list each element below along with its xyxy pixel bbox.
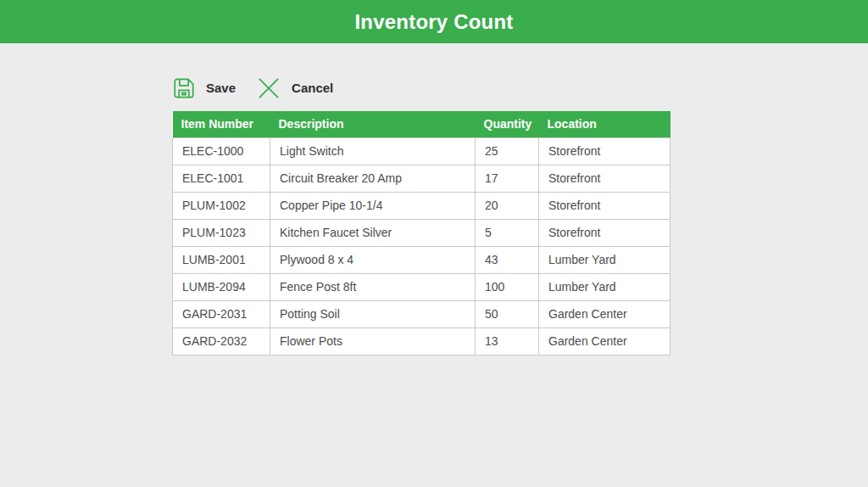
column-header-description: Description [270,111,476,137]
column-header-item-number: Item Number [173,111,270,137]
cell-description: Circuit Breaker 20 Amp [270,165,476,192]
cancel-icon [256,76,281,101]
app-header: Inventory Count [0,0,868,43]
cancel-button[interactable]: Cancel [256,76,333,101]
save-button[interactable]: Save [172,76,236,100]
cell-item-number: ELEC-1001 [173,165,270,192]
table-row[interactable]: PLUM-1023 Kitchen Faucet Silver 5 Storef… [173,219,670,246]
cell-description: Copper Pipe 10-1/4 [270,192,476,219]
cell-item-number: PLUM-1023 [173,219,270,246]
table-row[interactable]: GARD-2032 Flower Pots 13 Garden Center [173,327,670,355]
save-icon [172,76,196,100]
cell-quantity: 20 [476,192,539,219]
table-row[interactable]: ELEC-1000 Light Switch 25 Storefront [173,137,670,165]
cell-location: Lumber Yard [539,246,670,273]
cancel-button-label: Cancel [292,81,333,95]
cell-item-number: GARD-2031 [173,300,270,327]
page-title: Inventory Count [355,10,514,34]
cell-quantity: 5 [476,219,539,246]
cell-quantity: 100 [476,273,539,300]
cell-location: Lumber Yard [539,273,670,300]
column-header-location: Location [539,111,670,137]
inventory-table-head: Item Number Description Quantity Locatio… [173,111,670,137]
cell-location: Storefront [539,219,670,246]
cell-item-number: PLUM-1002 [173,192,270,219]
cell-location: Storefront [539,192,670,219]
inventory-table-body: ELEC-1000 Light Switch 25 Storefront ELE… [173,137,670,355]
cell-description: Fence Post 8ft [270,273,476,300]
cell-quantity: 17 [476,165,539,192]
cell-item-number: LUMB-2094 [173,273,270,300]
cell-quantity: 13 [476,327,539,355]
table-row[interactable]: GARD-2031 Potting Soil 50 Garden Center [173,300,670,327]
cell-description: Flower Pots [270,327,476,355]
cell-item-number: ELEC-1000 [173,137,270,165]
column-header-quantity: Quantity [476,111,539,137]
table-row[interactable]: ELEC-1001 Circuit Breaker 20 Amp 17 Stor… [173,165,670,192]
cell-item-number: LUMB-2001 [173,246,270,273]
inventory-table-header-row: Item Number Description Quantity Locatio… [173,111,670,137]
cell-description: Kitchen Faucet Silver [270,219,476,246]
cell-location: Storefront [539,165,670,192]
cell-description: Potting Soil [270,300,476,327]
toolbar: Save Cancel [172,75,868,101]
save-button-label: Save [206,81,236,95]
cell-quantity: 50 [476,300,539,327]
table-row[interactable]: PLUM-1002 Copper Pipe 10-1/4 20 Storefro… [173,192,670,219]
table-row[interactable]: LUMB-2094 Fence Post 8ft 100 Lumber Yard [173,273,670,300]
cell-item-number: GARD-2032 [173,327,270,355]
inventory-table: Item Number Description Quantity Locatio… [172,111,670,355]
cell-location: Garden Center [539,327,670,355]
cell-description: Plywood 8 x 4 [270,246,476,273]
table-row[interactable]: LUMB-2001 Plywood 8 x 4 43 Lumber Yard [173,246,670,273]
cell-location: Garden Center [539,300,670,327]
main-content: Save Cancel Item Number Description Quan… [0,43,868,355]
cell-description: Light Switch [270,137,476,165]
cell-quantity: 43 [476,246,539,273]
cell-location: Storefront [539,137,670,165]
cell-quantity: 25 [476,137,539,165]
